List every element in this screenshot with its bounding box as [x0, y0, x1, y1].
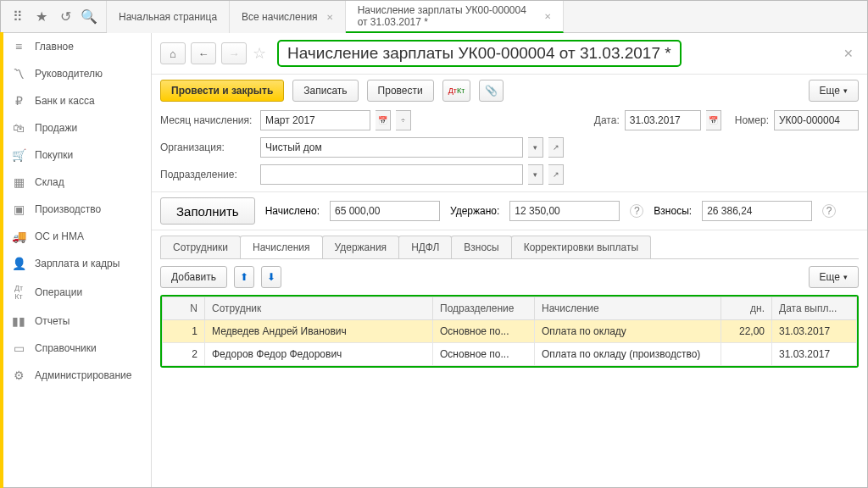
- tab-document[interactable]: Начисление зарплаты УК00-000004 от 31.03…: [346, 1, 564, 33]
- cell-accrual: Оплата по окладу: [535, 320, 721, 343]
- sidebar-item-label: Производство: [35, 203, 101, 215]
- gear-icon: ⚙: [11, 369, 26, 382]
- subtabs: Сотрудники Начисления Удержания НДФЛ Взн…: [152, 230, 867, 258]
- bag-icon: 🛍: [11, 121, 26, 135]
- sidebar-item-label: Главное: [35, 41, 74, 53]
- favorite-icon[interactable]: ☆: [252, 44, 267, 63]
- date-picker-button[interactable]: 📅: [706, 110, 721, 130]
- content: ⌂ ← → ☆ Начисление зарплаты УК00-000004 …: [152, 33, 867, 487]
- folder-icon: ▭: [11, 341, 26, 355]
- cart-icon: 🛒: [11, 148, 26, 162]
- more-button[interactable]: Еще ▾: [809, 80, 859, 102]
- forward-button[interactable]: →: [221, 42, 247, 64]
- col-dept[interactable]: Подразделение: [433, 297, 535, 320]
- truck-icon: 🚚: [11, 230, 26, 243]
- accruals-table: N Сотрудник Подразделение Начисление дн.…: [162, 297, 857, 366]
- sidebar-item-label: Продажи: [35, 122, 77, 134]
- fill-button[interactable]: Заполнить: [160, 197, 255, 225]
- subtab-corrections[interactable]: Корректировки выплаты: [511, 236, 651, 258]
- sidebar: ≡Главное 〽Руководителю ₽Банк и касса 🛍Пр…: [1, 33, 152, 487]
- tab-label: Начальная страница: [119, 11, 217, 23]
- month-spin-button[interactable]: ÷: [396, 110, 411, 130]
- help-icon[interactable]: ?: [822, 204, 836, 218]
- sidebar-item-reports[interactable]: ▮▮Отчеты: [1, 308, 151, 335]
- dept-dropdown-button[interactable]: ▾: [528, 164, 543, 185]
- col-days[interactable]: дн.: [721, 297, 772, 320]
- attach-button[interactable]: 📎: [479, 80, 504, 102]
- sidebar-item-label: Справочники: [35, 342, 97, 354]
- dtkt-icon: ДтКт: [11, 284, 26, 301]
- cell-n: 1: [163, 320, 205, 343]
- sidebar-item-manager[interactable]: 〽Руководителю: [1, 60, 151, 87]
- org-open-button[interactable]: ↗: [548, 137, 564, 158]
- dept-row: Подразделение: ▾ ↗: [152, 161, 867, 188]
- accrued-label: Начислено:: [265, 205, 320, 217]
- col-accrual[interactable]: Начисление: [535, 297, 721, 320]
- home-button[interactable]: ⌂: [160, 42, 186, 64]
- close-icon[interactable]: ✕: [544, 12, 551, 21]
- sidebar-item-payroll[interactable]: 👤Зарплата и кадры: [1, 250, 151, 277]
- star-icon[interactable]: ★: [30, 5, 53, 29]
- sidebar-item-sales[interactable]: 🛍Продажи: [1, 114, 151, 141]
- subtab-withholdings[interactable]: Удержания: [322, 236, 400, 258]
- close-icon[interactable]: ✕: [326, 13, 333, 22]
- sidebar-item-directories[interactable]: ▭Справочники: [1, 335, 151, 362]
- tab-home[interactable]: Начальная страница: [107, 1, 230, 33]
- add-button[interactable]: Добавить: [160, 266, 227, 288]
- chart-icon: 〽: [11, 67, 26, 80]
- page-title: Начисление зарплаты УК00-000004 от 31.03…: [277, 40, 682, 67]
- sidebar-item-purchases[interactable]: 🛒Покупки: [1, 141, 151, 169]
- sidebar-item-operations[interactable]: ДтКтОперации: [1, 277, 151, 308]
- subtab-employees[interactable]: Сотрудники: [160, 236, 241, 258]
- ruble-icon: ₽: [11, 94, 26, 108]
- back-button[interactable]: ←: [191, 42, 216, 64]
- sidebar-item-label: Зарплата и кадры: [35, 258, 120, 269]
- dept-open-button[interactable]: ↗: [548, 164, 564, 185]
- org-field[interactable]: Чистый дом: [260, 137, 523, 158]
- bars-icon: ▮▮: [11, 314, 26, 328]
- close-button[interactable]: ✕: [838, 47, 859, 60]
- subtab-accruals[interactable]: Начисления: [240, 236, 323, 258]
- tab-all-accruals[interactable]: Все начисления ✕: [230, 1, 346, 33]
- sidebar-item-admin[interactable]: ⚙Администрирование: [1, 362, 151, 389]
- sidebar-item-main[interactable]: ≡Главное: [1, 33, 151, 60]
- move-down-button[interactable]: ⬇: [261, 266, 281, 288]
- apps-icon[interactable]: ⠿: [6, 5, 30, 29]
- subtab-contrib[interactable]: Взносы: [451, 236, 511, 258]
- date-field[interactable]: 31.03.2017: [625, 110, 701, 130]
- table-header-row: N Сотрудник Подразделение Начисление дн.…: [163, 297, 857, 320]
- subtab-ndfl[interactable]: НДФЛ: [398, 236, 452, 258]
- search-icon[interactable]: 🔍: [77, 5, 101, 29]
- sidebar-item-bank[interactable]: ₽Банк и касса: [1, 87, 151, 114]
- col-employee[interactable]: Сотрудник: [205, 297, 433, 320]
- sidebar-item-warehouse[interactable]: ▦Склад: [1, 169, 151, 196]
- help-icon[interactable]: ?: [630, 204, 643, 218]
- topbar: ⠿ ★ ↺ 🔍 Начальная страница Все начислени…: [1, 1, 867, 33]
- history-icon[interactable]: ↺: [53, 5, 77, 29]
- sidebar-item-label: Отчеты: [35, 315, 70, 327]
- org-row: Организация: Чистый дом ▾ ↗: [152, 134, 867, 161]
- month-picker-button[interactable]: 📅: [376, 110, 391, 130]
- accrued-field: 65 000,00: [330, 201, 440, 221]
- month-field[interactable]: Март 2017: [260, 110, 370, 130]
- sidebar-item-production[interactable]: ▣Производство: [1, 196, 151, 223]
- sidebar-item-label: Склад: [35, 176, 64, 188]
- col-paydate[interactable]: Дата выпл...: [772, 297, 857, 320]
- move-up-button[interactable]: ⬆: [234, 266, 254, 288]
- dept-field[interactable]: [260, 164, 523, 185]
- table-more-button[interactable]: Еще ▾: [809, 266, 859, 288]
- post-and-close-button[interactable]: Провести и закрыть: [160, 80, 284, 102]
- post-button[interactable]: Провести: [367, 80, 434, 102]
- cell-dept: Основное по...: [433, 343, 535, 366]
- dtkt-button[interactable]: ДтКт: [442, 80, 471, 102]
- table-row[interactable]: 2 Федоров Федор Федорович Основное по...…: [163, 343, 857, 366]
- tab-label: Начисление зарплаты УК00-000004 от 31.03…: [358, 4, 536, 29]
- subtab-content: Добавить ⬆ ⬇ Еще ▾: [160, 258, 859, 295]
- withheld-field: 12 350,00: [509, 201, 620, 221]
- org-dropdown-button[interactable]: ▾: [528, 137, 543, 158]
- save-button[interactable]: Записать: [292, 80, 358, 102]
- table-row[interactable]: 1 Медведев Андрей Иванович Основное по..…: [163, 320, 857, 343]
- sidebar-item-assets[interactable]: 🚚ОС и НМА: [1, 223, 151, 250]
- col-n[interactable]: N: [163, 297, 205, 320]
- sidebar-item-label: ОС и НМА: [35, 230, 84, 242]
